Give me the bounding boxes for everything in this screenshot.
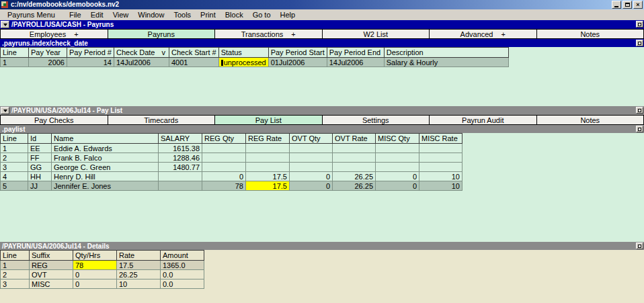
cell-reg-rate[interactable] [246, 144, 290, 153]
cell-name[interactable]: George C. Green [52, 163, 159, 172]
cell-ovt-qty[interactable] [290, 144, 333, 153]
menu-payruns-menu[interactable]: Payruns Menu [3, 11, 65, 19]
cell-suffix[interactable]: MISC [30, 279, 73, 289]
col-misc-qty[interactable]: MISC Qty [376, 134, 419, 144]
cell-misc-qty[interactable]: 0 [376, 181, 419, 191]
cell-salary[interactable] [159, 172, 202, 181]
tab-payruns[interactable]: Payruns [108, 29, 216, 39]
cell-id[interactable]: GG [28, 163, 52, 172]
paylist-row-2[interactable]: 2 FF Frank B. Falco 1288.46 [1, 153, 462, 163]
paylist-row-5[interactable]: 5 JJ Jennifer E. Jones 78 17.5 0 26.25 0… [1, 181, 462, 191]
cell-amount[interactable]: 1365.0 [161, 261, 204, 270]
cell-salary[interactable]: 1615.38 [159, 144, 202, 153]
payruns-panel-dropdown-button[interactable] [1, 21, 9, 28]
cell-status[interactable]: unprocessed [218, 58, 268, 67]
paylist-row-3[interactable]: 3 GG George C. Green 1480.77 [1, 163, 462, 172]
cell-name[interactable]: Eddie A. Edwards [52, 144, 159, 153]
col-id[interactable]: Id [28, 134, 52, 144]
col-salary[interactable]: SALARY [159, 134, 202, 144]
menu-goto[interactable]: Go to [248, 11, 276, 19]
tab-pay-list[interactable]: Pay List [215, 115, 323, 125]
cell-reg-rate[interactable]: 17.5 [246, 181, 290, 191]
cell-ovt-qty[interactable]: 0 [290, 172, 333, 181]
cell-name[interactable]: Jennifer E. Jones [52, 181, 159, 191]
menu-file[interactable]: File [65, 11, 86, 19]
col-qty-hrs[interactable]: Qty/Hrs [73, 251, 117, 261]
cell-line[interactable]: 3 [1, 163, 28, 172]
cell-ovt-qty[interactable] [290, 163, 333, 172]
cell-check-date[interactable]: 14Jul2006 [114, 58, 169, 67]
menu-view[interactable]: View [108, 11, 134, 19]
cell-check-start[interactable]: 4001 [169, 58, 218, 67]
cell-line[interactable]: 1 [1, 58, 29, 67]
cell-id[interactable]: JJ [28, 181, 52, 191]
cell-line[interactable]: 1 [1, 144, 28, 153]
col-pay-period-end[interactable]: Pay Period End [327, 48, 384, 58]
tab-timecards[interactable]: Timecards [108, 115, 216, 125]
menu-edit[interactable]: Edit [86, 11, 108, 19]
cell-salary[interactable]: 1288.46 [159, 153, 202, 163]
cell-pay-period-start[interactable]: 01Jul2006 [268, 58, 327, 67]
payruns-row-1[interactable]: 1 2006 14 14Jul2006 4001 unprocessed 01J… [1, 58, 509, 67]
col-status[interactable]: Status [218, 48, 268, 58]
tab-w2-list[interactable]: W2 List [323, 29, 430, 39]
cell-ovt-rate[interactable]: 26.25 [333, 181, 376, 191]
cell-misc-rate[interactable] [419, 153, 462, 163]
menu-print[interactable]: Print [196, 11, 220, 19]
cell-name[interactable]: Henry D. Hill [52, 172, 159, 181]
cell-suffix[interactable]: OVT [30, 270, 73, 279]
col-pay-year[interactable]: Pay Year [29, 48, 67, 58]
cell-qty-hrs[interactable]: 78 [73, 261, 117, 270]
cell-line[interactable]: 1 [1, 261, 30, 270]
cell-pay-year[interactable]: 2006 [29, 58, 67, 67]
cell-misc-qty[interactable]: 0 [376, 172, 419, 181]
cell-line[interactable]: 4 [1, 172, 28, 181]
cell-rate[interactable]: 10 [117, 279, 161, 289]
menu-window[interactable]: Window [133, 11, 169, 19]
tab-employees[interactable]: Employees + [0, 29, 108, 39]
cell-misc-qty[interactable] [376, 153, 419, 163]
col-line[interactable]: Line [1, 48, 29, 58]
cell-line[interactable]: 3 [1, 279, 30, 289]
cell-amount[interactable]: 0.0 [161, 279, 204, 289]
col-check-start[interactable]: Check Start # [169, 48, 218, 58]
payruns-panel-restore-button[interactable] [636, 21, 643, 28]
cell-reg-qty[interactable]: 78 [202, 181, 246, 191]
cell-misc-qty[interactable] [376, 163, 419, 172]
cell-rate[interactable]: 17.5 [117, 261, 161, 270]
cell-reg-rate[interactable]: 17.5 [246, 172, 290, 181]
cell-pay-period-end[interactable]: 14Jul2006 [327, 58, 384, 67]
details-row-2[interactable]: 2 OVT 0 26.25 0.0 [1, 270, 204, 279]
close-button[interactable]: × [633, 1, 643, 9]
tab-pay-checks[interactable]: Pay Checks [0, 115, 108, 125]
cell-reg-rate[interactable] [246, 163, 290, 172]
cell-line[interactable]: 2 [1, 270, 30, 279]
cell-misc-rate[interactable] [419, 144, 462, 153]
col-amount[interactable]: Amount [161, 251, 204, 261]
cell-salary[interactable] [159, 181, 202, 191]
cell-ovt-rate[interactable]: 26.25 [333, 172, 376, 181]
col-misc-rate[interactable]: MISC Rate [419, 134, 462, 144]
cell-misc-qty[interactable] [376, 144, 419, 153]
paylist-panel-dropdown-button[interactable] [1, 107, 9, 114]
cell-amount[interactable]: 0.0 [161, 270, 204, 279]
tab-transactions[interactable]: Transactions + [215, 29, 323, 39]
cell-salary[interactable]: 1480.77 [159, 163, 202, 172]
col-reg-qty[interactable]: REG Qty [202, 134, 246, 144]
tab-advanced[interactable]: Advanced + [430, 29, 537, 39]
minimize-button[interactable] [612, 1, 621, 9]
tab-payrun-audit[interactable]: Payrun Audit [430, 115, 537, 125]
cell-qty-hrs[interactable]: 0 [73, 270, 117, 279]
cell-pay-period[interactable]: 14 [67, 58, 114, 67]
col-pay-period[interactable]: Pay Period # [67, 48, 114, 58]
cell-ovt-rate[interactable] [333, 144, 376, 153]
cell-line[interactable]: 5 [1, 181, 28, 191]
cell-ovt-rate[interactable] [333, 153, 376, 163]
cell-reg-qty[interactable]: 0 [202, 172, 246, 181]
payruns-index-maximize-button[interactable] [636, 40, 643, 46]
cell-rate[interactable]: 26.25 [117, 270, 161, 279]
cell-reg-rate[interactable] [246, 153, 290, 163]
details-panel-maximize-button[interactable] [636, 243, 643, 249]
col-rate[interactable]: Rate [117, 251, 161, 261]
menu-help[interactable]: Help [276, 11, 300, 19]
